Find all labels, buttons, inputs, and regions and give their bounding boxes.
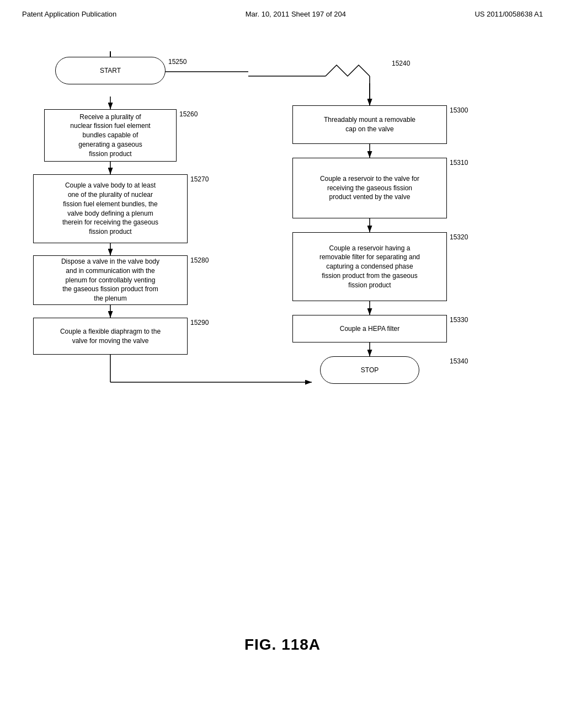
- start-node: START: [55, 57, 166, 84]
- node-15330: Couple a HEPA filter: [292, 315, 447, 342]
- node-15280: Dispose a valve in the valve body and in…: [33, 255, 188, 305]
- label-15250: 15250: [168, 58, 186, 66]
- node-15310: Couple a reservoir to the valve for rece…: [292, 158, 447, 218]
- label-15240: 15240: [392, 60, 410, 67]
- header-left: Patent Application Publication: [22, 10, 116, 18]
- diagram-area: START 15250 Receive a plurality of nucle…: [0, 24, 565, 630]
- node-15260: Receive a plurality of nuclear fission f…: [44, 109, 177, 162]
- header-middle: Mar. 10, 2011 Sheet 197 of 204: [246, 10, 346, 18]
- figure-caption: FIG. 118A: [0, 630, 565, 665]
- header-right: US 2011/0058638 A1: [475, 10, 543, 18]
- label-15260: 15260: [179, 110, 198, 118]
- node-15290: Couple a flexible diaphragm to the valve…: [33, 318, 188, 355]
- label-15330: 15330: [450, 316, 468, 324]
- node-15320: Couple a reservoir having a removable fi…: [292, 232, 447, 301]
- label-15280: 15280: [190, 256, 209, 264]
- tick-above-start: [110, 51, 111, 57]
- label-15340: 15340: [450, 357, 468, 365]
- node-15300: Threadably mount a removable cap on the …: [292, 105, 447, 144]
- label-15290: 15290: [190, 319, 209, 326]
- label-15300: 15300: [450, 106, 468, 114]
- page-header: Patent Application Publication Mar. 10, …: [0, 0, 565, 24]
- stop-node: STOP: [320, 356, 419, 384]
- label-15320: 15320: [450, 233, 468, 241]
- label-15310: 15310: [450, 159, 468, 167]
- label-15270: 15270: [190, 175, 209, 183]
- node-15270: Couple a valve body to at least one of t…: [33, 174, 188, 243]
